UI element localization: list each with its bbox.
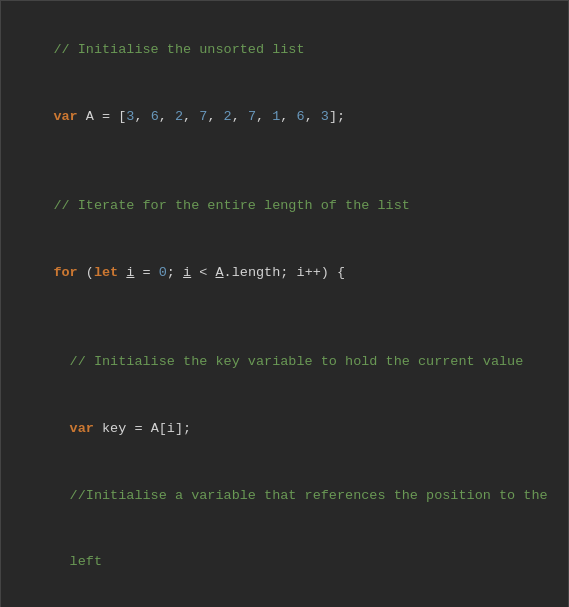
line-comment-2: // Iterate for the entire length of the … [21, 173, 548, 240]
line-comment-4: //Initialise a variable that references … [21, 462, 548, 529]
line-comment-4b: left [21, 529, 548, 596]
line-1: // Initialise the unsorted list [21, 17, 548, 84]
code-editor: // Initialise the unsorted list var A = … [0, 0, 569, 607]
keyword-var-1: var [53, 109, 85, 124]
comment-1: // Initialise the unsorted list [53, 42, 304, 57]
line-2: var A = [3, 6, 2, 7, 2, 7, 1, 6, 3]; [21, 84, 548, 151]
line-blank-1 [21, 151, 548, 173]
var-A: A [86, 109, 102, 124]
line-var-j: var j = i - 1; [21, 596, 548, 607]
line-blank-2 [21, 306, 548, 328]
line-for: for (let i = 0; i < A.length; i++) { [21, 240, 548, 307]
line-comment-3: // Initialise the key variable to hold t… [21, 329, 548, 396]
line-var-key: var key = A[i]; [21, 396, 548, 463]
